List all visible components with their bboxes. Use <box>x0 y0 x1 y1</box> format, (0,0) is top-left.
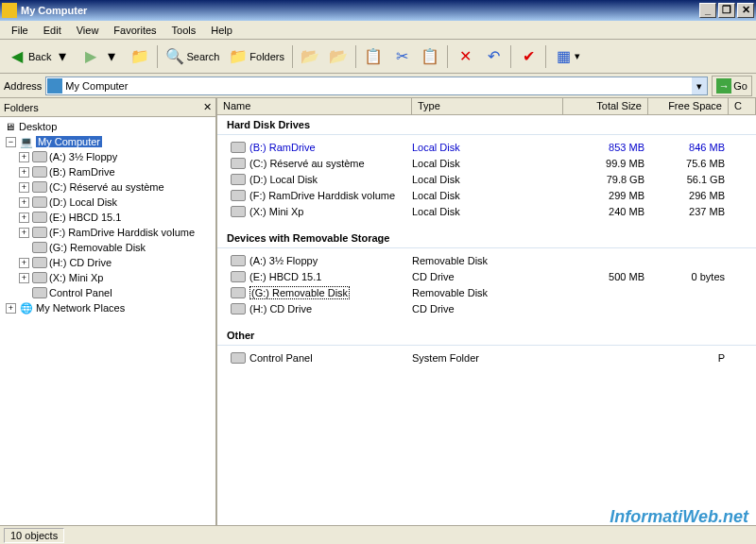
tree-item[interactable]: +(F:) RamDrive Harddisk volume <box>2 225 214 240</box>
menu-view[interactable]: View <box>69 23 107 37</box>
folders-title: Folders <box>4 102 39 113</box>
menu-favorites[interactable]: Favorites <box>106 23 163 37</box>
undo-button[interactable]: ↶ <box>480 43 507 70</box>
tree-item[interactable]: +(D:) Local Disk <box>2 195 214 210</box>
expand-icon[interactable]: + <box>19 228 29 238</box>
drive-icon <box>32 164 47 179</box>
expand-icon[interactable]: + <box>19 273 29 283</box>
col-free[interactable]: Free Space <box>648 98 729 114</box>
list-row[interactable]: (X:) Mini XpLocal Disk240 MB237 MB <box>217 203 756 219</box>
list-row[interactable]: (A:) 3½ FloppyRemovable Disk <box>217 252 756 268</box>
drive-icon <box>231 158 246 169</box>
desktop-icon: 🖥 <box>2 119 17 134</box>
separator <box>545 45 546 68</box>
item-name: (E:) HBCD 15.1 <box>249 271 321 282</box>
undo-icon: ↶ <box>484 47 503 66</box>
drive-icon <box>32 255 47 270</box>
properties-button[interactable]: ✔ <box>515 43 541 70</box>
collapse-icon[interactable]: − <box>6 137 16 147</box>
list-row[interactable]: Control PanelSystem FolderP <box>217 349 756 366</box>
up-button[interactable]: 📁 <box>127 43 153 70</box>
menu-tools[interactable]: Tools <box>164 23 204 37</box>
item-size: 299 MB <box>563 190 648 201</box>
go-button[interactable]: →Go <box>712 76 752 96</box>
delete-button[interactable]: ✕ <box>452 43 478 70</box>
close-button[interactable]: ✕ <box>737 3 754 18</box>
tree-item[interactable]: +(B:) RamDrive <box>2 164 214 179</box>
forward-button[interactable]: ▶▾ <box>77 43 125 70</box>
tree-item[interactable]: (G:) Removable Disk <box>2 240 214 255</box>
tree-item[interactable]: +(X:) Mini Xp <box>2 270 214 285</box>
views-button[interactable]: ▦▾ <box>550 43 584 70</box>
folders-button[interactable]: 📁Folders <box>225 43 288 70</box>
item-size: 79.8 GB <box>563 174 648 185</box>
tree-item[interactable]: +(H:) CD Drive <box>2 255 214 270</box>
item-type: Local Disk <box>412 142 563 153</box>
paste-button[interactable]: 📋 <box>417 43 443 70</box>
expand-icon[interactable]: + <box>19 197 29 208</box>
list-row[interactable]: (C:) Réservé au systèmeLocal Disk99.9 MB… <box>217 155 756 171</box>
search-button[interactable]: 🔍Search <box>162 43 223 70</box>
item-free: 56.1 GB <box>648 174 729 185</box>
item-list[interactable]: Hard Disk Drives (B:) RamDriveLocal Disk… <box>217 115 756 525</box>
expand-icon[interactable]: + <box>19 212 29 223</box>
minimize-button[interactable]: _ <box>699 3 716 18</box>
menu-edit[interactable]: Edit <box>36 23 69 37</box>
status-bar: 10 objects <box>0 525 756 544</box>
list-row[interactable]: (B:) RamDriveLocal Disk853 MB846 MB <box>217 139 756 155</box>
tree-my-computer[interactable]: −💻My Computer <box>2 134 214 149</box>
menu-help[interactable]: Help <box>203 23 240 37</box>
list-row[interactable]: (H:) CD DriveCD Drive <box>217 300 756 316</box>
watermark: InformatiWeb.net <box>610 507 748 527</box>
item-name: (B:) RamDrive <box>249 142 316 153</box>
network-icon: 🌐 <box>19 300 34 315</box>
expand-icon[interactable]: + <box>19 152 29 162</box>
copy-button[interactable]: 📋 <box>360 43 387 70</box>
back-label: Back <box>28 51 51 62</box>
list-row[interactable]: (F:) RamDrive Harddisk volumeLocal Disk2… <box>217 187 756 203</box>
folder-tree[interactable]: 🖥Desktop −💻My Computer +(A:) 3½ Floppy+(… <box>0 117 215 525</box>
expand-icon[interactable]: + <box>6 303 16 314</box>
col-type[interactable]: Type <box>412 98 563 114</box>
item-size: 500 MB <box>563 271 648 282</box>
drive-icon <box>231 206 246 217</box>
drive-icon <box>32 225 47 240</box>
move-to-button[interactable]: 📂 <box>297 43 323 70</box>
item-type: CD Drive <box>412 271 563 282</box>
tree-desktop[interactable]: 🖥Desktop <box>2 119 214 134</box>
tree-item[interactable]: +(E:) HBCD 15.1 <box>2 210 214 225</box>
restore-button[interactable]: ❐ <box>718 3 735 18</box>
cut-icon: ✂ <box>392 47 411 66</box>
close-pane-button[interactable]: ✕ <box>203 101 212 113</box>
expand-icon[interactable]: + <box>19 258 29 268</box>
cut-button[interactable]: ✂ <box>388 43 415 70</box>
col-extra[interactable]: C <box>729 98 756 114</box>
col-name[interactable]: Name <box>217 98 412 114</box>
paste-icon: 📋 <box>421 47 439 66</box>
drive-icon <box>32 179 47 195</box>
title-bar: My Computer _ ❐ ✕ <box>0 0 756 21</box>
drive-icon <box>231 142 246 153</box>
back-button[interactable]: ◀Back▾ <box>4 43 76 70</box>
copy-to-button[interactable]: 📂 <box>325 43 352 70</box>
item-type: Local Disk <box>412 206 563 217</box>
address-input[interactable] <box>45 76 708 95</box>
col-total[interactable]: Total Size <box>563 98 648 114</box>
chevron-down-icon: ▾ <box>102 47 121 66</box>
tree-item[interactable]: +(C:) Réservé au système <box>2 179 214 195</box>
menu-file[interactable]: File <box>4 23 36 37</box>
expand-icon[interactable]: + <box>19 182 29 193</box>
folder-up-icon: 📁 <box>130 47 149 66</box>
list-row[interactable]: (G:) Removable DiskRemovable Disk <box>217 284 756 300</box>
drive-icon <box>231 271 246 282</box>
item-name: (D:) Local Disk <box>249 174 318 185</box>
folders-icon: 📁 <box>229 47 248 66</box>
tree-item[interactable]: Control Panel <box>2 285 214 300</box>
list-row[interactable]: (E:) HBCD 15.1CD Drive500 MB0 bytes <box>217 268 756 284</box>
address-dropdown[interactable]: ▾ <box>692 77 707 94</box>
expand-icon[interactable]: + <box>19 167 29 178</box>
tree-item[interactable]: +(A:) 3½ Floppy <box>2 149 214 164</box>
list-row[interactable]: (D:) Local DiskLocal Disk79.8 GB56.1 GB <box>217 171 756 187</box>
tree-network[interactable]: +🌐My Network Places <box>2 300 214 315</box>
separator <box>157 45 158 68</box>
